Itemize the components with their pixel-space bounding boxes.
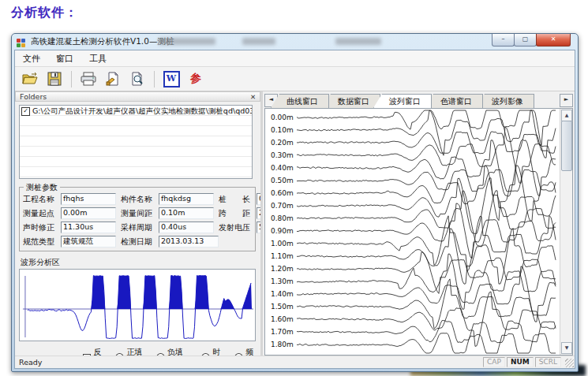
- field-label: 检测日期: [121, 236, 157, 248]
- invert-label: 反相: [93, 347, 108, 356]
- test-date-field[interactable]: 2013.03.13: [159, 236, 219, 248]
- application-window: 高铁建混凝土检测分析软件V1.0—测桩 – ▢ ✕ 文件 窗口 工具: [11, 33, 579, 372]
- field-label: 桩 长: [219, 194, 255, 205]
- status-text: Ready: [19, 358, 43, 367]
- blurred-overlay: [159, 38, 215, 45]
- printer-icon: [80, 72, 97, 86]
- app-icon: [17, 37, 27, 47]
- title-bar[interactable]: 高铁建混凝土检测分析软件V1.0—测桩 – ▢ ✕: [12, 34, 578, 50]
- status-indicators: CAP NUM SCRL: [483, 357, 561, 367]
- time-domain-radio[interactable]: 时域: [201, 347, 227, 356]
- print-setup-button[interactable]: [103, 69, 122, 88]
- measure-interval-field[interactable]: 0.10m: [159, 207, 214, 219]
- page-title: 分析软件：: [11, 5, 78, 21]
- save-floppy-icon: [47, 72, 62, 86]
- depth-label: 1.10m: [271, 252, 294, 260]
- tab-spectrum-window[interactable]: 色谱窗口: [425, 94, 483, 108]
- positive-fill-radio[interactable]: 正填充: [115, 347, 148, 356]
- param-icon: 参: [190, 72, 201, 86]
- depth-label: 0.50m: [271, 177, 294, 184]
- scroll-up-icon[interactable]: ▲: [561, 110, 572, 121]
- folders-panel-title: Folders: [20, 92, 47, 101]
- freq-domain-radio[interactable]: 频域: [234, 347, 260, 356]
- export-word-button[interactable]: W: [162, 69, 181, 88]
- num-indicator: NUM: [507, 357, 534, 367]
- depth-label: 1.20m: [271, 265, 294, 273]
- menu-tools[interactable]: 工具: [88, 52, 108, 65]
- field-label: 构件名称: [121, 194, 157, 205]
- scroll-indicator: SCRL: [535, 357, 561, 367]
- window-controls: – ▢ ✕: [492, 34, 571, 47]
- open-file-button[interactable]: [21, 69, 39, 88]
- time-correction-field[interactable]: 11.30us: [61, 222, 116, 233]
- field-label: 规范类型: [23, 236, 59, 248]
- close-icon[interactable]: ✕: [250, 93, 256, 101]
- right-panel: ◄ 曲线窗口 数据窗口 波列窗口 色谱窗口 波列影像 ► ▲ ▼ 0.00m0.…: [263, 91, 575, 356]
- vertical-scrollbar[interactable]: ▲ ▼: [560, 109, 572, 355]
- scrollbar-thumb[interactable]: [561, 121, 572, 171]
- pile-params-groupbox: 测桩参数 工程名称 fhqhs 构件名称 fhqkdsg 桩 长 0.00m 测…: [19, 187, 256, 251]
- field-label: 工程名称: [23, 194, 59, 205]
- field-label: 发射电压: [219, 222, 255, 233]
- print-button[interactable]: [79, 69, 98, 88]
- time-domain-label: 时域: [212, 347, 227, 356]
- analysis-waveform: [20, 270, 255, 341]
- tab-wavetrain-image[interactable]: 波列影像: [476, 94, 534, 108]
- field-label: 跨 距: [219, 208, 255, 219]
- depth-label: 0.40m: [271, 164, 294, 172]
- scroll-down-icon[interactable]: ▼: [561, 342, 572, 354]
- tab-data-window[interactable]: 数据窗口: [322, 94, 380, 108]
- depth-label: 1.80m: [271, 341, 294, 348]
- print-preview-button[interactable]: [128, 69, 147, 88]
- window-body: 文件 窗口 工具: [14, 50, 575, 369]
- tab-curve-window[interactable]: 曲线窗口: [271, 94, 329, 108]
- pile-length-field[interactable]: 0.00m: [257, 193, 263, 205]
- parameter-button[interactable]: 参: [186, 69, 205, 88]
- project-name-field[interactable]: fhqhs: [61, 193, 116, 205]
- negative-fill-radio[interactable]: 负填充: [156, 347, 189, 356]
- negative-fill-label: 负填充: [167, 347, 189, 356]
- groupbox-title: 测桩参数: [24, 182, 60, 193]
- depth-label: 1.30m: [271, 277, 294, 285]
- field-label: 测量间距: [121, 208, 157, 219]
- folders-list[interactable]: ✓ G:\公司产品设计开发\超声仪器\超声仪实地检测数据\测桩qd\qd03\q…: [19, 105, 253, 179]
- maximize-button[interactable]: ▢: [514, 34, 537, 47]
- depth-label: 0.30m: [271, 151, 294, 159]
- sample-period-field[interactable]: 0.40us: [159, 222, 214, 233]
- menu-window[interactable]: 窗口: [54, 52, 75, 65]
- save-button[interactable]: [45, 69, 64, 88]
- minimize-button[interactable]: –: [492, 34, 515, 47]
- close-button[interactable]: ✕: [536, 34, 571, 47]
- resize-grip[interactable]: [565, 359, 574, 367]
- wavetrain-view[interactable]: ▲ ▼ 0.00m0.10m0.20m0.30m0.40m0.50m0.60m0…: [264, 108, 573, 356]
- invert-checkbox[interactable]: 反相: [83, 347, 108, 356]
- measure-start-field[interactable]: 0.00m: [61, 207, 116, 219]
- blurred-overlay: [335, 38, 381, 45]
- depth-label: 0.70m: [271, 202, 294, 210]
- folder-tree-item[interactable]: ✓ G:\公司产品设计开发\超声仪器\超声仪实地检测数据\测桩qd\qd03\q…: [20, 106, 252, 117]
- depth-label: 0.10m: [271, 126, 294, 134]
- folders-panel-header[interactable]: Folders ✕: [15, 91, 260, 102]
- depth-label: 0.90m: [271, 227, 294, 235]
- tab-scroll-right-icon[interactable]: ►: [560, 94, 573, 107]
- left-panel: Folders ✕ ✓ G:\公司产品设计开发\超声仪器\超声仪实地检测数据\测…: [15, 91, 263, 356]
- depth-label: 1.70m: [271, 328, 294, 336]
- waveform-analysis-area[interactable]: [19, 269, 256, 341]
- menu-file[interactable]: 文件: [21, 52, 42, 65]
- component-name-field[interactable]: fhqkdsg: [159, 193, 214, 205]
- span-field[interactable]: 270mm: [257, 207, 263, 219]
- voltage-field[interactable]: 500V: [257, 222, 263, 233]
- checkbox-checked-icon[interactable]: ✓: [21, 107, 30, 116]
- tab-wavetrain-window[interactable]: 波列窗口: [373, 94, 432, 108]
- standard-type-field[interactable]: 建筑规范: [61, 236, 116, 248]
- depth-label: 0.60m: [271, 189, 294, 197]
- toolbar-separator: [71, 71, 72, 87]
- blurred-overlay: [242, 38, 275, 45]
- field-label: 采样周期: [121, 222, 157, 233]
- freq-domain-label: 频域: [245, 347, 260, 356]
- page-tool-icon: [105, 72, 121, 87]
- word-icon: W: [163, 71, 180, 87]
- status-bar: Ready CAP NUM SCRL: [15, 356, 575, 368]
- wavetrain-traces: [265, 109, 572, 355]
- positive-fill-label: 正填充: [126, 347, 148, 356]
